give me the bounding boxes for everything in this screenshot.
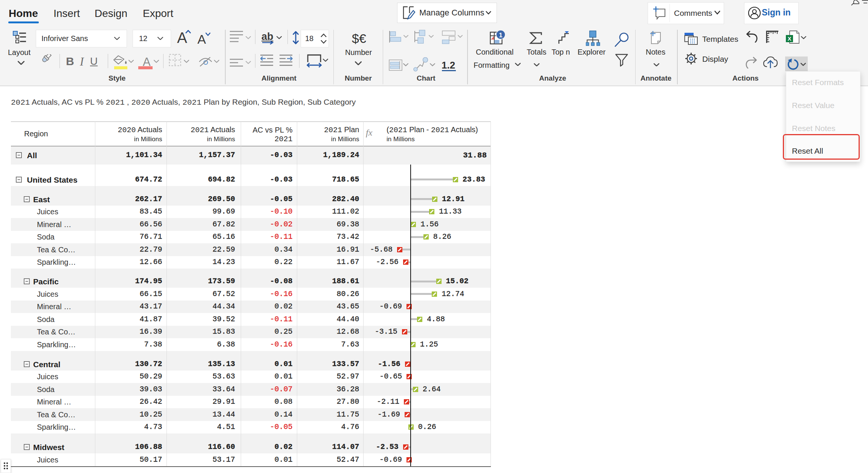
svg-text:1: 1 [499,32,502,39]
svg-text:X: X [787,35,791,42]
